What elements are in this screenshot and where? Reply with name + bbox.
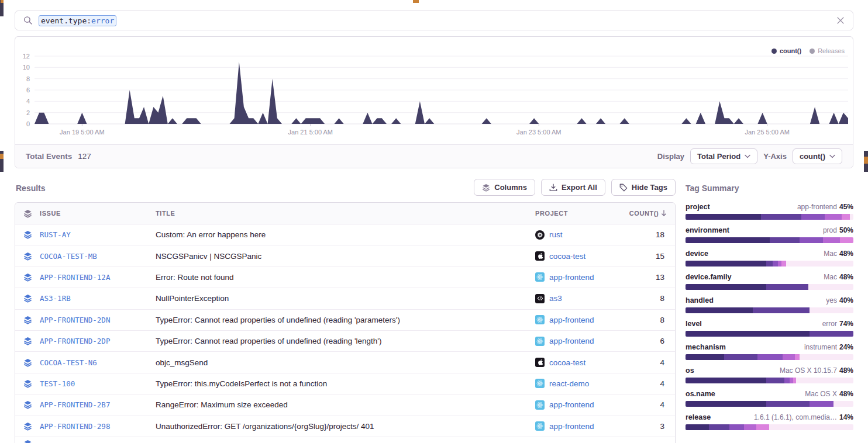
- project-link[interactable]: app-frontend: [526, 315, 621, 324]
- tag-bar-segment[interactable]: [810, 331, 853, 337]
- tag-bar-segment[interactable]: [784, 378, 790, 383]
- legend-releases[interactable]: Releases: [810, 47, 845, 54]
- project-link[interactable]: app-frontend: [526, 421, 621, 431]
- project-link[interactable]: react-demo: [526, 379, 621, 388]
- tag-bar-segment[interactable]: [801, 214, 825, 220]
- tag-bar-segment[interactable]: [842, 214, 850, 220]
- issue-link[interactable]: APP-FRONTEND-2DP: [40, 337, 156, 345]
- tag-bar-segment[interactable]: [729, 424, 745, 430]
- tag-summary-item[interactable]: levelerror74%: [686, 320, 853, 337]
- issue-link[interactable]: TEST-100: [40, 379, 156, 388]
- columns-button[interactable]: Columns: [474, 179, 535, 196]
- tag-bar-segment[interactable]: [686, 261, 766, 267]
- tag-bar-segment[interactable]: [783, 354, 794, 360]
- tag-summary-item[interactable]: handledyes40%: [686, 296, 853, 313]
- tag-bar-segment[interactable]: [766, 401, 810, 407]
- project-link[interactable]: rust: [526, 230, 621, 240]
- tag-bar-segment[interactable]: [709, 424, 729, 430]
- tag-bar-segment[interactable]: [686, 284, 766, 290]
- tag-bar-segment[interactable]: [686, 354, 724, 360]
- tag-distribution-bar[interactable]: [686, 378, 853, 383]
- tag-bar-segment[interactable]: [686, 401, 766, 407]
- tag-bar-segment[interactable]: [766, 378, 785, 383]
- project-link[interactable]: app-frontend: [526, 272, 621, 282]
- issue-link[interactable]: APP-FRONTEND-2B7: [40, 400, 156, 409]
- col-header-issue[interactable]: ISSUE: [40, 210, 156, 217]
- tag-bar-segment[interactable]: [686, 331, 810, 337]
- tag-bar-segment[interactable]: [686, 214, 761, 220]
- legend-count[interactable]: count(): [771, 47, 801, 54]
- tag-bar-segment[interactable]: [786, 261, 853, 267]
- tag-bar-segment[interactable]: [808, 284, 853, 290]
- tag-summary-item[interactable]: device.familyMac48%: [686, 273, 853, 290]
- tag-bar-segment[interactable]: [823, 237, 840, 243]
- tag-bar-segment[interactable]: [744, 424, 756, 430]
- tag-summary-item[interactable]: projectapp-frontend45%: [686, 203, 853, 220]
- tag-bar-segment[interactable]: [766, 261, 773, 267]
- export-all-button[interactable]: Export All: [541, 179, 605, 196]
- tag-bar-segment[interactable]: [810, 307, 853, 313]
- tag-bar-segment[interactable]: [795, 354, 800, 360]
- tag-distribution-bar[interactable]: [686, 237, 853, 243]
- issue-link[interactable]: APP-FRONTEND-12A: [40, 273, 156, 282]
- tag-bar-segment[interactable]: [686, 378, 766, 383]
- issue-link[interactable]: AS3-1RB: [40, 294, 156, 303]
- tag-bar-segment[interactable]: [833, 401, 853, 407]
- tag-bar-segment[interactable]: [840, 237, 853, 243]
- tag-distribution-bar[interactable]: [686, 424, 853, 430]
- tag-summary-item[interactable]: environmentprod50%: [686, 226, 853, 243]
- tag-bar-segment[interactable]: [796, 378, 853, 383]
- issue-link[interactable]: COCOA-TEST-N6: [40, 358, 156, 367]
- search-query-token[interactable]: event.type:error: [39, 15, 116, 26]
- tag-bar-segment[interactable]: [800, 354, 853, 360]
- issue-link[interactable]: APP-FRONTEND-2DN: [40, 316, 156, 324]
- tag-distribution-bar[interactable]: [686, 261, 853, 267]
- issue-link[interactable]: COCOA-TEST-MB: [40, 252, 156, 261]
- tag-distribution-bar[interactable]: [686, 284, 853, 290]
- tag-bar-segment[interactable]: [773, 261, 778, 267]
- project-link[interactable]: cocoa-test: [526, 358, 621, 367]
- tag-bar-segment[interactable]: [800, 237, 823, 243]
- tag-bar-segment[interactable]: [686, 307, 753, 313]
- tag-bar-segment[interactable]: [810, 401, 833, 407]
- tag-summary-item[interactable]: deviceMac48%: [686, 250, 853, 267]
- col-header-project[interactable]: PROJECT: [526, 210, 621, 217]
- tag-bar-segment[interactable]: [686, 237, 770, 243]
- tag-bar-segment[interactable]: [850, 214, 853, 220]
- tag-distribution-bar[interactable]: [686, 401, 853, 407]
- tag-bar-segment[interactable]: [766, 284, 808, 290]
- tag-bar-segment[interactable]: [770, 237, 800, 243]
- tag-bar-segment[interactable]: [761, 214, 801, 220]
- tag-summary-item[interactable]: mechanisminstrument24%: [686, 343, 853, 360]
- tag-summary-item[interactable]: osMac OS X 10.15.748%: [686, 366, 853, 383]
- tag-distribution-bar[interactable]: [686, 214, 853, 220]
- project-link[interactable]: as3: [526, 294, 621, 303]
- tag-bar-segment[interactable]: [753, 307, 810, 313]
- display-select[interactable]: Total Period: [690, 148, 757, 164]
- search-bar[interactable]: event.type:error: [15, 11, 853, 30]
- issue-link[interactable]: APP-FRONTEND-298: [40, 422, 156, 431]
- tag-distribution-bar[interactable]: [686, 307, 853, 313]
- tag-summary-item[interactable]: release1.6.1 (1.6.1), com.media…14%: [686, 413, 853, 430]
- tag-distribution-bar[interactable]: [686, 331, 853, 337]
- project-link[interactable]: app-frontend: [526, 400, 621, 410]
- tag-bar-segment[interactable]: [756, 424, 770, 430]
- project-link[interactable]: app-frontend: [526, 337, 621, 346]
- issue-layers-icon: [15, 439, 40, 443]
- project-link[interactable]: cocoa-test: [526, 251, 621, 261]
- tag-bar-segment[interactable]: [686, 424, 709, 430]
- col-header-title[interactable]: TITLE: [156, 210, 526, 217]
- events-area-chart[interactable]: 024681012Jan 19 5:00 AMJan 21 5:00 AMJan…: [15, 37, 853, 146]
- hide-tags-button[interactable]: Hide Tags: [611, 179, 676, 196]
- issue-link[interactable]: RUST-AY: [40, 230, 156, 239]
- close-icon[interactable]: [836, 16, 845, 25]
- yaxis-select[interactable]: count(): [793, 148, 842, 164]
- tag-bar-segment[interactable]: [825, 214, 842, 220]
- tag-bar-segment[interactable]: [769, 424, 853, 430]
- tag-summary-item[interactable]: os.nameMac OS X48%: [686, 390, 853, 407]
- col-header-count[interactable]: COUNT(): [621, 210, 675, 217]
- tag-bar-segment[interactable]: [781, 261, 787, 267]
- tag-bar-segment[interactable]: [757, 354, 783, 360]
- tag-bar-segment[interactable]: [724, 354, 757, 360]
- tag-distribution-bar[interactable]: [686, 354, 853, 360]
